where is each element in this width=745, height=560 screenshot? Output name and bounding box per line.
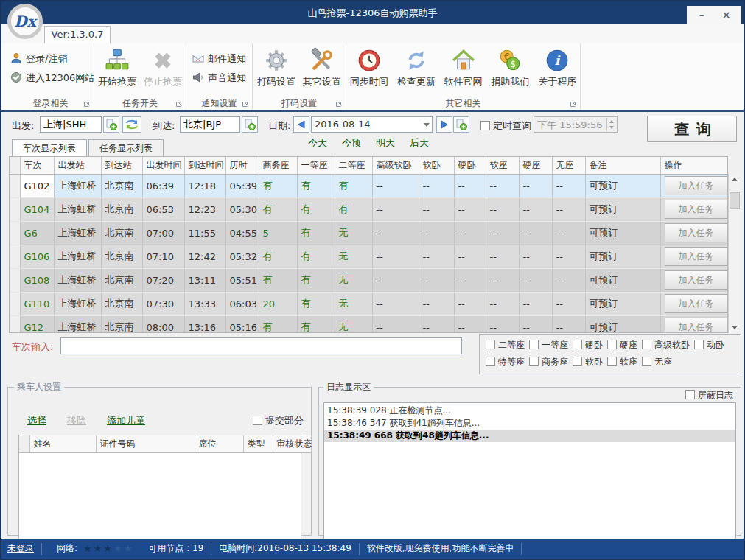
scroll-down-button[interactable]: [729, 321, 741, 333]
column-header[interactable]: 到达站: [101, 157, 142, 174]
column-header[interactable]: 席位: [195, 435, 243, 452]
add-task-button[interactable]: 加入任务: [665, 294, 728, 313]
log-entry[interactable]: 15:38:46 347 获取到41趟列车信息...: [324, 417, 735, 430]
seat-filter-checkbox[interactable]: 软卧: [573, 356, 603, 368]
column-header[interactable]: 商务座: [259, 157, 297, 174]
row-selector[interactable]: [10, 245, 20, 268]
mute-log-checkbox[interactable]: 屏蔽日志: [684, 389, 735, 402]
from-input[interactable]: [40, 116, 102, 133]
remove-passenger-link[interactable]: 移除: [67, 414, 86, 427]
sound-notify-button[interactable]: 声音通知: [189, 69, 252, 88]
row-selector[interactable]: [10, 197, 20, 221]
column-header[interactable]: 软座: [486, 157, 519, 174]
partial-submit-checkbox[interactable]: 提交部分: [253, 414, 304, 427]
to-input[interactable]: [180, 116, 240, 133]
column-header[interactable]: 备注: [585, 157, 660, 174]
tab-train-list[interactable]: 车次显示列表: [12, 139, 87, 156]
tab-task-list[interactable]: 任务显示列表: [88, 139, 164, 156]
column-header[interactable]: 二等座: [335, 157, 372, 174]
train-row[interactable]: G6上海虹桥北京南07:0011:5504:555有无------------可…: [10, 221, 728, 245]
quick-date-link[interactable]: 明天: [376, 136, 395, 150]
seat-filter-checkbox[interactable]: 无座: [642, 356, 672, 368]
swap-stations-button[interactable]: [122, 116, 141, 133]
add-from-station-button[interactable]: [103, 116, 119, 133]
add-task-button[interactable]: 加入任务: [665, 247, 728, 266]
prev-day-button[interactable]: [293, 116, 309, 133]
column-header[interactable]: 历时: [225, 157, 259, 174]
row-selector[interactable]: [10, 315, 20, 333]
version-tab[interactable]: Ver:1.3.0.7: [44, 26, 111, 43]
add-task-button[interactable]: 加入任务: [665, 318, 728, 333]
dialog-launcher-icon[interactable]: [83, 99, 91, 108]
seat-filter-checkbox[interactable]: 硬座: [607, 339, 637, 351]
train-row[interactable]: G108上海虹桥北京南07:2013:1105:51有有无-----------…: [10, 268, 728, 292]
column-header[interactable]: 审核状态: [273, 435, 311, 452]
login-status-link[interactable]: 未登录: [7, 542, 34, 555]
select-passenger-link[interactable]: 选择: [27, 414, 46, 427]
row-selector[interactable]: [10, 221, 20, 245]
date-combo[interactable]: 2016-08-14: [311, 116, 433, 133]
add-child-link[interactable]: 添加儿童: [107, 414, 145, 427]
row-selector[interactable]: [10, 292, 20, 315]
add-task-button[interactable]: 加入任务: [665, 223, 728, 242]
row-selector[interactable]: [10, 268, 20, 292]
seat-filter-checkbox[interactable]: 动卧: [694, 339, 724, 351]
column-header[interactable]: 操作: [660, 157, 728, 174]
seat-filter-checkbox[interactable]: 一等座: [529, 339, 568, 351]
enter-12306-button[interactable]: 进入12306网站: [7, 69, 94, 88]
add-task-button[interactable]: 加入任务: [665, 200, 728, 219]
captcha-settings-button[interactable]: 打码设置: [255, 43, 298, 88]
about-button[interactable]: i 关于程序: [535, 43, 579, 88]
train-row[interactable]: G106上海虹桥北京南07:1012:4205:32有有无-----------…: [10, 245, 728, 268]
dialog-launcher-icon[interactable]: [175, 99, 183, 108]
table-scrollbar[interactable]: [728, 173, 740, 333]
scroll-up-button[interactable]: [729, 173, 741, 185]
column-header[interactable]: 车次: [20, 157, 54, 174]
donate-button[interactable]: €$ 捐助我们: [488, 43, 532, 88]
quick-date-link[interactable]: 今预: [342, 136, 361, 150]
train-row[interactable]: G102上海虹桥北京南06:3912:1805:39有有有-----------…: [10, 174, 728, 197]
seat-filter-checkbox[interactable]: 硬卧: [573, 339, 603, 351]
dialog-launcher-icon[interactable]: [570, 99, 578, 108]
login-logout-button[interactable]: 登录/注销: [7, 49, 94, 69]
column-header[interactable]: 出发站: [54, 157, 101, 174]
seat-filter-checkbox[interactable]: 高级软卧: [642, 339, 690, 351]
official-site-button[interactable]: 软件官网: [441, 43, 486, 88]
column-header[interactable]: 硬座: [519, 157, 552, 174]
scrollbar-thumb[interactable]: [730, 192, 740, 209]
add-task-button[interactable]: 加入任务: [665, 176, 728, 195]
train-number-input[interactable]: [60, 337, 462, 354]
query-button[interactable]: 查询: [647, 116, 737, 142]
column-header[interactable]: 到达时间: [184, 157, 225, 174]
sync-time-button[interactable]: 同步时间: [347, 43, 391, 88]
column-header[interactable]: 硬卧: [454, 157, 486, 174]
seat-filter-checkbox[interactable]: 商务座: [529, 356, 568, 368]
dialog-launcher-icon[interactable]: [335, 99, 343, 108]
quick-date-link[interactable]: 今天: [308, 136, 327, 150]
dialog-launcher-icon[interactable]: [242, 99, 250, 108]
column-header[interactable]: 证件号码: [96, 435, 195, 452]
quick-date-link[interactable]: 后天: [410, 136, 429, 150]
stop-grab-button[interactable]: 停止抢票: [141, 43, 184, 88]
time-spinner[interactable]: [606, 118, 616, 131]
seat-filter-checkbox[interactable]: 特等座: [486, 356, 525, 368]
close-button[interactable]: ×: [717, 7, 736, 22]
train-row[interactable]: G104上海虹桥北京南06:5312:2305:30有有有-----------…: [10, 197, 728, 221]
next-day-button[interactable]: [436, 116, 452, 133]
column-header[interactable]: 无座: [552, 157, 585, 174]
seat-filter-checkbox[interactable]: 二等座: [486, 339, 525, 351]
check-update-button[interactable]: 检查更新: [394, 43, 438, 88]
column-header[interactable]: 姓名: [29, 435, 96, 452]
add-task-button[interactable]: 加入任务: [665, 270, 728, 290]
other-settings-button[interactable]: 其它设置: [301, 43, 343, 88]
train-row[interactable]: G12上海虹桥北京南08:0013:1605:16有有无------------…: [10, 315, 728, 333]
timer-query-checkbox[interactable]: 定时查询: [480, 119, 531, 133]
column-header[interactable]: 出发时间: [142, 157, 184, 174]
log-entry[interactable]: 15:38:49 668 获取到48趟列车信息...: [324, 430, 735, 442]
column-header[interactable]: 一等座: [297, 157, 335, 174]
train-row[interactable]: G110上海虹桥北京南07:3013:3306:0320有无----------…: [10, 292, 728, 315]
column-header[interactable]: 高级软卧: [372, 157, 419, 174]
row-selector[interactable]: [10, 174, 20, 197]
log-list[interactable]: 15:38:39 028 正在检测节点...15:38:46 347 获取到41…: [323, 402, 736, 542]
seat-filter-checkbox[interactable]: 软座: [607, 356, 637, 368]
